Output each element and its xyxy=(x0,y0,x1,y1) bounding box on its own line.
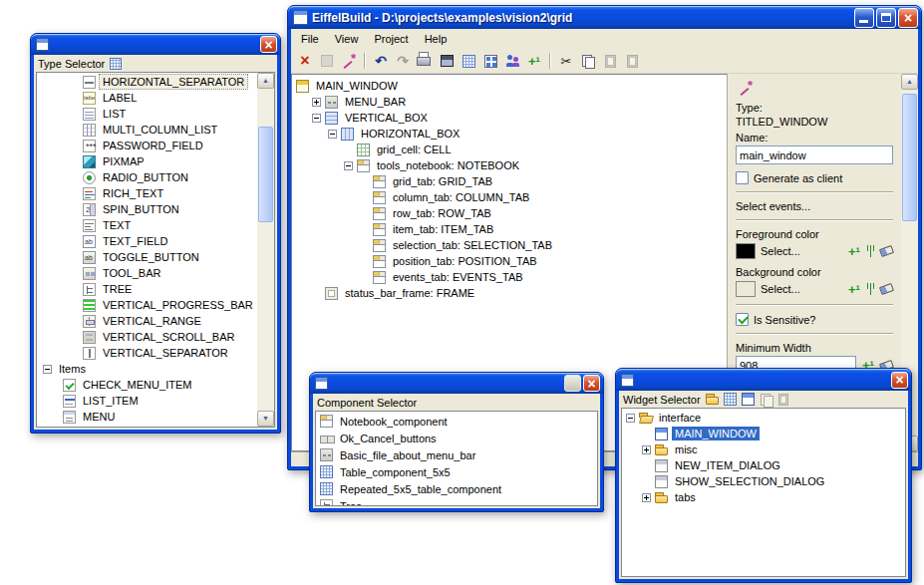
is-sensitive-checkbox[interactable] xyxy=(736,313,749,326)
list-item[interactable]: CHECK_MENU_ITEM xyxy=(37,377,257,393)
eraser-icon[interactable] xyxy=(879,245,894,257)
list-item[interactable]: VERTICAL_SEPARATOR xyxy=(37,345,257,361)
menu-project[interactable]: Project xyxy=(366,30,416,48)
foreground-select-button[interactable]: Select... xyxy=(761,245,800,257)
expander-minus-icon[interactable] xyxy=(43,365,52,374)
list-item[interactable]: VERTICAL_RANGE xyxy=(37,313,257,329)
delete-icon[interactable] xyxy=(295,51,315,71)
wand-icon[interactable] xyxy=(339,51,359,71)
close-button[interactable] xyxy=(583,375,600,392)
tree-item[interactable]: events_tab: EVENTS_TAB xyxy=(292,269,727,285)
save-icon[interactable] xyxy=(317,51,337,71)
grid-icon[interactable] xyxy=(724,393,737,406)
list-item[interactable]: Notebook_component xyxy=(316,413,597,430)
menu-file[interactable]: File xyxy=(293,30,327,48)
list-item[interactable]: RICH_TEXT xyxy=(37,185,257,201)
add-one-icon[interactable] xyxy=(847,282,861,296)
list-item[interactable]: PIXMAP xyxy=(37,153,257,169)
tree-item[interactable]: interface xyxy=(622,410,905,426)
menu-help[interactable]: Help xyxy=(417,30,456,48)
list-item[interactable]: TREE xyxy=(37,281,257,297)
expander-plus-icon[interactable] xyxy=(642,445,651,454)
tiles-icon[interactable] xyxy=(480,51,500,71)
name-input[interactable] xyxy=(736,146,893,164)
maximize-button[interactable] xyxy=(876,8,896,28)
tree-item[interactable]: NEW_ITEM_DIALOG xyxy=(622,457,905,473)
list-item[interactable]: TOOL_BAR xyxy=(37,265,257,281)
scroll-up-button[interactable] xyxy=(901,74,918,90)
list-item[interactable]: VERTICAL_PROGRESS_BAR xyxy=(37,297,257,313)
window-icon[interactable] xyxy=(437,51,457,71)
expander-minus-icon[interactable] xyxy=(312,114,321,123)
eraser-icon[interactable] xyxy=(879,283,894,295)
expander-plus-icon[interactable] xyxy=(312,98,321,107)
title-bar[interactable] xyxy=(310,373,603,394)
tree-item[interactable]: selection_tab: SELECTION_TAB xyxy=(292,237,727,253)
folder-icon[interactable] xyxy=(706,393,719,406)
expander-plus-icon[interactable] xyxy=(642,493,651,502)
list-item[interactable]: Table_component_5x5 xyxy=(316,463,597,480)
list-item[interactable]: Ok_Cancel_buttons xyxy=(316,430,597,446)
tree-item[interactable]: grid_cell: CELL xyxy=(292,142,727,157)
fork-icon[interactable] xyxy=(866,245,875,257)
tree-item[interactable]: tabs xyxy=(622,489,905,505)
list-item[interactable]: VERTICAL_SCROLL_BAR xyxy=(37,329,257,345)
list-item[interactable]: SPIN_BUTTON xyxy=(37,201,257,217)
minimize-button[interactable] xyxy=(854,8,874,28)
fork-icon[interactable] xyxy=(866,283,875,295)
tree-item[interactable]: VERTICAL_BOX xyxy=(292,110,727,126)
list-item[interactable]: Repeated_5x5_table_component xyxy=(316,480,597,497)
redo-icon[interactable] xyxy=(393,51,413,71)
list-item[interactable]: MULTI_COLUMN_LIST xyxy=(37,122,257,138)
title-bar[interactable] xyxy=(31,34,280,55)
tree-item[interactable]: position_tab: POSITION_TAB xyxy=(292,253,727,269)
grid-icon[interactable] xyxy=(459,51,478,71)
list-item[interactable]: TOGGLE_BUTTON xyxy=(37,249,257,265)
list-item[interactable]: LIST xyxy=(37,106,257,122)
scrollbar-track[interactable] xyxy=(257,89,274,411)
copy-icon[interactable] xyxy=(760,393,772,406)
type-selector-scrollbar[interactable] xyxy=(257,73,274,427)
close-button[interactable] xyxy=(898,8,918,28)
tree-item[interactable]: row_tab: ROW_TAB xyxy=(292,205,727,221)
cut-icon[interactable] xyxy=(556,51,576,71)
tree-item[interactable]: misc xyxy=(622,441,905,457)
close-button[interactable] xyxy=(891,372,908,389)
tree-group[interactable]: Items xyxy=(37,361,257,377)
tree-item[interactable]: tools_notebook: NOTEBOOK xyxy=(292,157,727,173)
list-item[interactable]: Tree xyxy=(316,497,597,505)
select-events-link[interactable]: Select events... xyxy=(736,200,893,212)
window-icon[interactable] xyxy=(742,393,755,406)
undo-icon[interactable] xyxy=(371,51,391,71)
list-item[interactable]: HORIZONTAL_SEPARATOR xyxy=(37,74,257,90)
scroll-up-button[interactable] xyxy=(257,73,274,89)
tree-item[interactable]: item_tab: ITEM_TAB xyxy=(292,221,727,237)
tree-item[interactable]: HORIZONTAL_BOX xyxy=(292,126,727,142)
scrollbar-thumb[interactable] xyxy=(258,127,273,222)
scroll-down-button[interactable] xyxy=(257,411,274,427)
users-icon[interactable] xyxy=(502,51,522,71)
expander-minus-icon[interactable] xyxy=(626,414,635,423)
list-item[interactable]: LIST_ITEM xyxy=(37,393,257,409)
generate-as-client-checkbox[interactable] xyxy=(736,171,749,184)
tree-item[interactable]: MENU_BAR xyxy=(292,94,727,110)
grid-icon[interactable] xyxy=(110,58,122,70)
tree-item[interactable]: column_tab: COLUMN_TAB xyxy=(292,189,727,205)
print-icon[interactable] xyxy=(415,51,435,71)
add-one-icon[interactable] xyxy=(524,51,544,71)
scrollbar-thumb[interactable] xyxy=(902,94,917,221)
tree-item[interactable]: MAIN_WINDOW xyxy=(292,78,727,94)
list-item[interactable]: MENU xyxy=(37,409,257,425)
list-item[interactable]: PASSWORD_FIELD xyxy=(37,138,257,153)
expander-minus-icon[interactable] xyxy=(344,161,353,170)
title-bar[interactable] xyxy=(616,369,911,391)
paste-icon[interactable] xyxy=(777,393,789,406)
list-item[interactable]: Basic_file_about_menu_bar xyxy=(316,446,597,463)
copy-icon[interactable] xyxy=(578,51,598,71)
list-item[interactable]: LABEL xyxy=(37,90,257,106)
paste-icon[interactable] xyxy=(600,51,620,71)
close-button[interactable] xyxy=(260,36,277,53)
menu-view[interactable]: View xyxy=(327,30,367,48)
roll-up-button[interactable] xyxy=(564,375,581,392)
list-item[interactable]: TEXT_FIELD xyxy=(37,233,257,249)
